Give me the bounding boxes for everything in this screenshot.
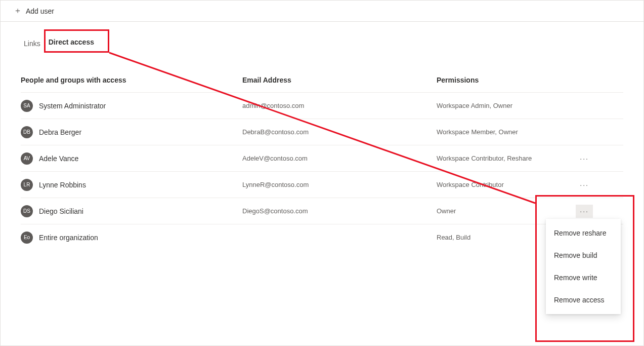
cell-permissions: Owner··· bbox=[437, 205, 623, 218]
toolbar: ＋ Add user bbox=[1, 1, 643, 22]
avatar: DB bbox=[21, 126, 33, 138]
context-menu-item[interactable]: Remove write bbox=[546, 266, 621, 289]
cell-permissions: Workspace Contributor··· bbox=[437, 178, 623, 191]
user-name: Entire organization bbox=[39, 234, 98, 242]
table-row: LRLynne RobbinsLynneR@contoso.comWorkspa… bbox=[21, 171, 623, 198]
user-name: Lynne Robbins bbox=[39, 181, 86, 189]
user-name: Diego Siciliani bbox=[39, 207, 83, 215]
context-menu-item[interactable]: Remove reshare bbox=[546, 222, 621, 244]
table-header: People and groups with access Email Addr… bbox=[21, 68, 623, 92]
permissions-text: Workspace Contributor, Reshare bbox=[437, 155, 532, 162]
context-menu-item[interactable]: Remove build bbox=[546, 244, 621, 266]
user-name: System Administrator bbox=[39, 102, 106, 110]
permissions-text: Workspace Contributor bbox=[437, 181, 504, 188]
tab-links[interactable]: Links bbox=[21, 35, 44, 53]
user-name: Debra Berger bbox=[39, 128, 81, 136]
add-user-button[interactable]: ＋ Add user bbox=[11, 4, 57, 18]
cell-email: DiegoS@contoso.com bbox=[242, 207, 437, 215]
cell-people: DBDebra Berger bbox=[21, 126, 242, 138]
cell-people: AVAdele Vance bbox=[21, 152, 242, 165]
cell-permissions: Workspace Contributor, Reshare··· bbox=[437, 152, 623, 165]
tab-direct-access[interactable]: Direct access bbox=[46, 34, 97, 53]
cell-email: LynneR@contoso.com bbox=[242, 181, 437, 188]
avatar: AV bbox=[21, 152, 33, 165]
cell-email: AdeleV@contoso.com bbox=[242, 155, 437, 162]
column-header-email: Email Address bbox=[242, 76, 437, 84]
add-user-label: Add user bbox=[26, 7, 54, 15]
more-options-menu: Remove reshareRemove buildRemove writeRe… bbox=[546, 219, 621, 314]
table-row: AVAdele VanceAdeleV@contoso.comWorkspace… bbox=[21, 145, 623, 171]
context-menu-item[interactable]: Remove access bbox=[546, 289, 621, 311]
more-options-button[interactable]: ··· bbox=[576, 178, 593, 191]
more-options-button[interactable]: ··· bbox=[576, 205, 593, 218]
cell-people: EoEntire organization bbox=[21, 232, 242, 244]
cell-email: admin@contoso.com bbox=[242, 102, 437, 109]
table-row: SASystem Administratoradmin@contoso.comW… bbox=[21, 92, 623, 119]
more-options-button[interactable]: ··· bbox=[576, 152, 593, 165]
table-body: SASystem Administratoradmin@contoso.comW… bbox=[21, 92, 623, 250]
permissions-text: Workspace Member, Owner bbox=[437, 128, 518, 136]
tab-bar: Links Direct access bbox=[1, 22, 643, 53]
permissions-text: Owner bbox=[437, 207, 456, 215]
avatar: LR bbox=[21, 179, 33, 191]
table-row: DBDebra BergerDebraB@contoso.comWorkspac… bbox=[21, 119, 623, 145]
cell-email: DebraB@contoso.com bbox=[242, 128, 437, 136]
column-header-people: People and groups with access bbox=[21, 76, 242, 84]
column-header-permissions: Permissions bbox=[437, 76, 623, 84]
table-row: DSDiego SicilianiDiegoS@contoso.comOwner… bbox=[21, 198, 623, 224]
cell-permissions: Workspace Admin, Owner bbox=[437, 102, 623, 109]
access-panel: ＋ Add user Links Direct access People an… bbox=[0, 0, 644, 346]
cell-people: SASystem Administrator bbox=[21, 100, 242, 112]
avatar: Eo bbox=[21, 232, 33, 244]
permissions-text: Workspace Admin, Owner bbox=[437, 102, 512, 109]
user-name: Adele Vance bbox=[39, 155, 78, 163]
cell-people: LRLynne Robbins bbox=[21, 179, 242, 191]
plus-icon: ＋ bbox=[14, 6, 22, 16]
permissions-text: Read, Build bbox=[437, 234, 470, 241]
cell-permissions: Workspace Member, Owner bbox=[437, 128, 623, 136]
avatar: SA bbox=[21, 100, 33, 112]
cell-people: DSDiego Siciliani bbox=[21, 205, 242, 217]
avatar: DS bbox=[21, 205, 33, 217]
table-row: EoEntire organizationRead, Build bbox=[21, 224, 623, 250]
